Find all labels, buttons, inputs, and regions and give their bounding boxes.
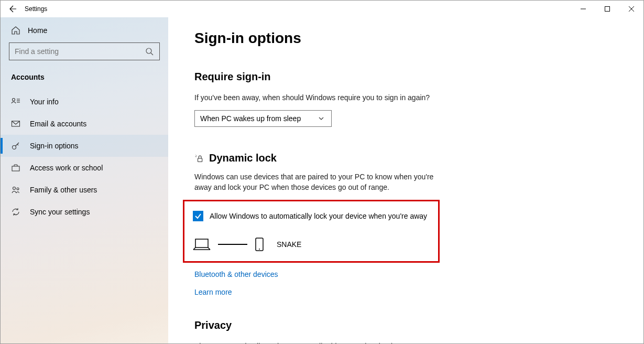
sync-icon (11, 207, 20, 217)
dynamic-lock-checkbox-label: Allow Windows to automatically lock your… (210, 212, 427, 220)
key-icon (11, 141, 20, 150)
sidebar-item-label: Access work or school (30, 164, 103, 172)
sidebar-item-label: Sign-in options (30, 142, 79, 150)
briefcase-icon (11, 163, 20, 173)
search-field[interactable] (15, 47, 145, 56)
sidebar-item-email-accounts[interactable]: Email & accounts (1, 113, 168, 135)
highlight-box: Allow Windows to automatically lock your… (183, 200, 440, 263)
svg-point-4 (13, 99, 15, 101)
sidebar-category: Accounts (1, 71, 168, 91)
dynamic-lock-desc: Windows can use devices that are paired … (194, 171, 441, 192)
chevron-down-icon (316, 114, 326, 123)
home-label: Home (28, 26, 47, 35)
svg-point-9 (13, 146, 16, 149)
phone-icon (255, 237, 264, 252)
titlebar: Settings (1, 1, 643, 17)
svg-rect-1 (605, 7, 610, 12)
laptop-icon (193, 238, 211, 251)
privacy-heading: Privacy (194, 319, 617, 331)
svg-rect-13 (198, 158, 202, 162)
close-button[interactable] (619, 1, 643, 17)
learn-more-link[interactable]: Learn more (194, 288, 617, 296)
home-link[interactable]: Home (1, 17, 168, 42)
content-area: Sign-in options Require sign-in If you'v… (168, 17, 643, 343)
page-title: Sign-in options (194, 30, 617, 47)
sidebar-item-your-info[interactable]: Your info (1, 91, 168, 113)
settings-window: Settings Home (0, 0, 644, 344)
dynamic-lock-heading: Dynamic lock (209, 152, 277, 164)
paired-device-name: SNAKE (277, 240, 301, 249)
sidebar-item-sync-settings[interactable]: Sync your settings (1, 201, 168, 223)
dropdown-value: When PC wakes up from sleep (200, 114, 301, 123)
person-card-icon (11, 97, 20, 106)
svg-line-3 (151, 53, 153, 55)
privacy-desc: Show account details such as my email ad… (194, 341, 617, 343)
home-icon (11, 26, 20, 35)
sidebar-item-label: Family & other users (30, 186, 97, 194)
sidebar-item-label: Email & accounts (30, 120, 86, 128)
window-title: Settings (25, 5, 47, 13)
maximize-button[interactable] (595, 1, 619, 17)
svg-point-2 (146, 48, 151, 53)
people-icon (11, 185, 20, 195)
require-signin-heading: Require sign-in (194, 71, 617, 83)
sidebar: Home Accounts Your info (1, 17, 168, 343)
minimize-button[interactable] (571, 1, 595, 17)
sidebar-item-label: Sync your settings (30, 208, 90, 216)
svg-point-12 (17, 188, 19, 190)
dynamic-lock-icon (194, 154, 204, 163)
svg-point-16 (259, 249, 260, 250)
sidebar-item-family-other-users[interactable]: Family & other users (1, 179, 168, 201)
search-input[interactable] (9, 42, 160, 60)
require-signin-desc: If you've been away, when should Windows… (194, 92, 617, 103)
svg-rect-14 (195, 239, 208, 248)
svg-point-11 (13, 187, 16, 190)
back-button[interactable] (1, 1, 25, 17)
bluetooth-devices-link[interactable]: Bluetooth & other devices (194, 270, 617, 278)
sidebar-item-label: Your info (30, 98, 59, 106)
window-controls (571, 1, 643, 17)
connection-line (218, 244, 247, 245)
search-icon (145, 47, 154, 56)
sidebar-item-sign-in-options[interactable]: Sign-in options (1, 135, 168, 157)
mail-icon (11, 119, 20, 128)
dynamic-lock-checkbox[interactable] (193, 211, 203, 221)
require-signin-dropdown[interactable]: When PC wakes up from sleep (194, 110, 332, 127)
svg-rect-10 (12, 166, 19, 171)
sidebar-item-access-work-school[interactable]: Access work or school (1, 157, 168, 179)
